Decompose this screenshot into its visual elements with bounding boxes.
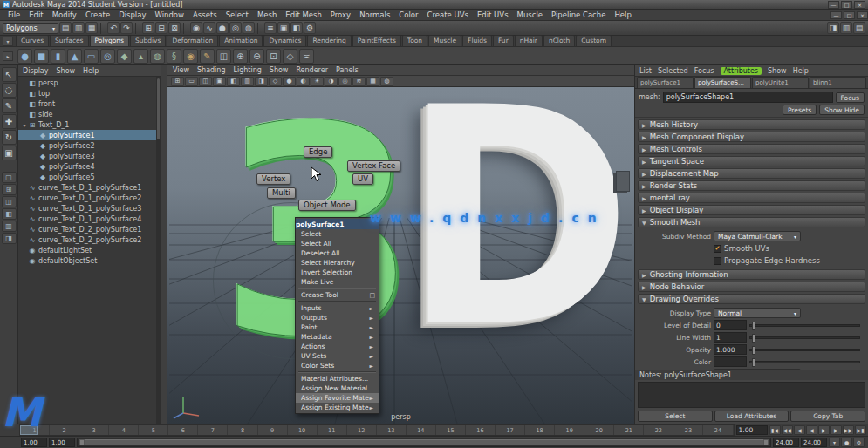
outliner-menu-item[interactable]: Help [83,67,99,75]
attribute-slider[interactable] [749,361,860,363]
viewport-toolbar-button[interactable]: ▭ [185,77,198,86]
section-header[interactable]: ▶ Mesh Component Display [638,132,865,142]
status-line-icon-button[interactable]: ◧ [290,22,303,34]
shelf-tool-icon[interactable]: ◎ [100,49,115,64]
section-header-smooth-mesh[interactable]: ▼ Smooth Mesh [638,217,865,227]
menu-item[interactable]: Mesh [253,10,281,21]
layout-shortcut-button[interactable]: ▥ [2,221,17,232]
shelf-tab[interactable]: PaintEffects [352,35,401,46]
subdiv-method-dropdown[interactable]: Maya Catmull-Clark ▾ [714,231,801,241]
frame-number[interactable]: 16 [466,425,496,435]
outliner-menu-item[interactable]: Show [57,67,76,75]
menu-item[interactable]: Pipeline Cache [547,10,610,21]
animation-start-field[interactable]: 1.00 [21,438,47,447]
range-slider-bar[interactable] [79,439,769,445]
frame-number[interactable]: 19 [555,425,584,435]
menu-item[interactable]: Muscle [513,10,547,21]
status-line-icon-button[interactable] [183,23,188,34]
tool-button[interactable]: ↖ [2,67,17,82]
playback-button[interactable]: ◀ [794,425,805,435]
status-line-icon-button[interactable]: ≡ [264,22,277,34]
menu-item[interactable]: Color [394,10,422,21]
shelf-tool-icon[interactable]: ▴ [133,49,148,64]
menu-item[interactable]: Window [150,10,188,21]
layout-shortcut-button[interactable]: ◫ [2,196,17,207]
viewport-toolbar-button[interactable]: ▥ [241,77,254,86]
sidebar-toggle-button[interactable]: ◨ [827,22,839,34]
frame-number[interactable]: 11 [318,425,347,435]
frame-number[interactable]: 4 [109,425,139,435]
status-line-icon-button[interactable]: ⊠ [168,22,181,34]
shelf-tab-menu-button[interactable]: ▾ [3,37,13,46]
menu-item[interactable]: Edit Mesh [281,10,326,21]
shelf-tab[interactable]: Dynamics [263,35,306,46]
node-tab[interactable]: polyUnite1 [752,77,809,88]
attribute-editor-menu-item[interactable]: Help [793,67,809,75]
range-bar-button[interactable]: ▾ [829,438,840,447]
outliner-item[interactable]: ∿ curve_Text_D_2_polySurface2 [18,234,161,245]
slider-handle[interactable] [752,322,755,330]
viewport-toolbar-button[interactable]: ◧ [227,77,240,86]
viewport-canvas[interactable]: D 3 persp [167,87,634,424]
range-bar-button[interactable]: ⚙ [853,438,865,447]
viewport-toolbar-button[interactable]: ☀ [311,77,324,86]
shelf-tool-icon[interactable]: ▮ [51,49,65,64]
status-line-icon-button[interactable]: ∿ [203,22,215,34]
presets-button[interactable]: Presets [783,105,817,115]
node-name-field[interactable]: polySurfaceShape1 [663,92,833,103]
outliner-item[interactable]: ◆ polySurface1 [18,130,161,140]
shelf-tool-icon[interactable]: ◉ [183,49,198,64]
tool-button[interactable]: ✚ [2,114,17,129]
menu-item[interactable]: Display [114,10,150,21]
outliner-menu-item[interactable]: Display [23,67,49,75]
scene-letter-3-mesh-selected[interactable]: 3 [218,89,419,377]
outliner-item[interactable]: ◆ polySurface2 [18,140,161,151]
section-header[interactable]: ▶ Ghosting Information [638,269,865,280]
viewport-menu-item[interactable]: Renderer [296,66,328,74]
status-line-icon-button[interactable] [100,23,105,34]
viewport-menu-item[interactable]: Shading [197,66,226,74]
window-control-button[interactable]: □ [841,1,852,9]
frame-number[interactable]: 23 [673,425,703,435]
viewport-toolbar-button[interactable]: ⊞ [171,77,184,86]
section-header-drawing-overrides[interactable]: ▼ Drawing Overrides [638,294,865,304]
section-header[interactable]: ▶ Displacement Map [638,168,865,179]
frame-number[interactable]: 13 [377,425,407,435]
child-window-control-button[interactable]: × [857,11,868,19]
shelf-tool-icon[interactable]: ◆ [117,49,132,64]
animation-end-field[interactable]: 24.00 [801,438,827,447]
frame-number[interactable]: 24 [703,425,733,435]
viewport-toolbar-button[interactable]: ▣ [213,77,226,86]
status-line-icon-button[interactable]: ⊟ [155,22,167,34]
scrollbar-thumb[interactable] [157,78,160,139]
menu-item[interactable]: Create UVs [423,10,473,21]
shelf-tab[interactable]: Toon [402,35,427,46]
attribute-editor-menu-item[interactable]: Selected [658,67,688,75]
section-header[interactable]: ▶ Mesh History [638,119,865,130]
viewport-toolbar-button[interactable]: ◑ [325,77,338,86]
scene-small-cube-mesh[interactable] [616,171,630,192]
shelf-tool-icon[interactable]: ✎ [200,49,215,64]
shelf-tool-icon[interactable]: § [167,49,181,64]
viewport-menu-item[interactable]: Panels [336,66,359,74]
show-hide-button[interactable]: Show Hide [819,105,865,115]
status-line-icon-button[interactable]: ◎ [229,22,242,34]
frame-number[interactable]: 2 [50,425,79,435]
scene-letter-d-mesh[interactable]: D [402,87,632,369]
current-time-field[interactable]: 1.00 [736,425,768,435]
current-frame-marker[interactable] [20,425,38,435]
shelf-tool-icon[interactable]: ● [17,49,32,64]
attribute-value-field[interactable]: 1.000 [714,344,747,355]
status-line-icon-button[interactable]: ▤ [59,22,72,34]
outliner-item[interactable]: ∿ curve_Text_D_1_polySurface4 [18,214,161,224]
menu-set-selector[interactable]: Polygons ▾ [3,23,58,34]
shelf-tool-icon[interactable]: ◍ [150,49,165,64]
footer-button[interactable]: Copy Tab [790,411,865,422]
shelf-tool-icon[interactable]: ■ [34,49,49,64]
outliner-item[interactable]: ◉ defaultObjectSet [18,255,161,266]
child-window-control-button[interactable]: □ [844,11,855,19]
shelf-tab[interactable]: Rendering [307,35,351,46]
viewport-menu-item[interactable]: View [173,66,189,74]
shelf-tab[interactable]: Subdivs [130,35,166,46]
frame-number[interactable]: 12 [347,425,377,435]
